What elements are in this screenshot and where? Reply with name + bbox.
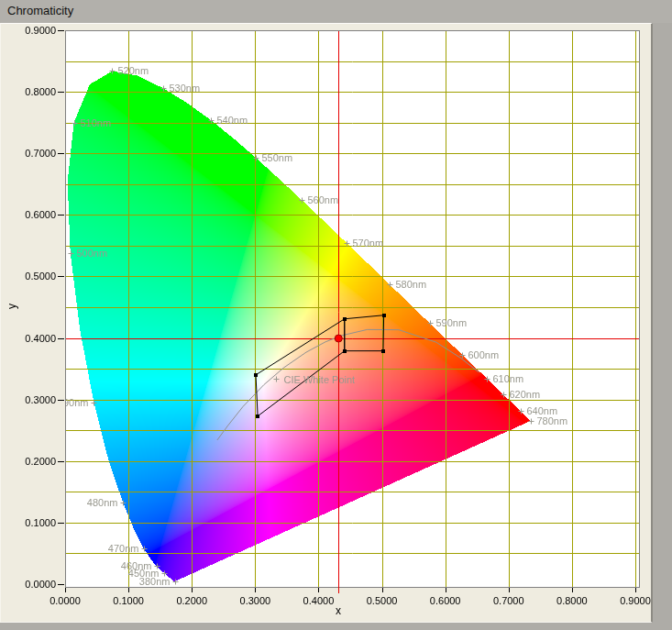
chromaticity-window: { "window": { "title": "Chromaticity" },… <box>0 0 672 630</box>
y-axis-title: y <box>6 298 18 315</box>
x-axis-title: x <box>330 604 347 617</box>
chromaticity-plot[interactable] <box>0 0 672 630</box>
